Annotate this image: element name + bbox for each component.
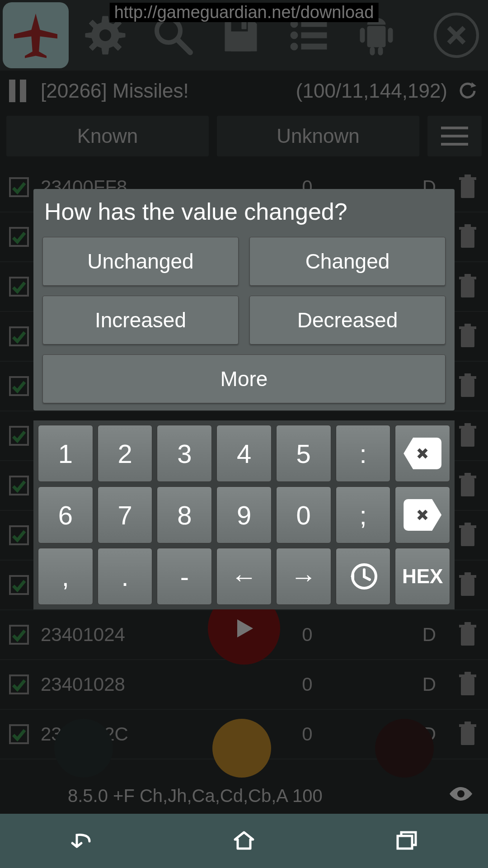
key-right-arrow[interactable]: →: [276, 548, 331, 605]
dialog-title: How has the value changed?: [42, 198, 446, 225]
key-5[interactable]: 5: [276, 425, 331, 482]
key-period[interactable]: .: [98, 548, 153, 605]
nav-bar: [0, 814, 488, 868]
key-4[interactable]: 4: [216, 425, 272, 482]
key-minus[interactable]: -: [157, 548, 212, 605]
key-3[interactable]: 3: [157, 425, 212, 482]
nav-home-button[interactable]: [230, 829, 258, 853]
backspace-left-key[interactable]: [395, 425, 450, 482]
key-1[interactable]: 1: [38, 425, 93, 482]
key-9[interactable]: 9: [216, 486, 272, 543]
changed-button[interactable]: Changed: [249, 237, 446, 286]
key-6[interactable]: 6: [38, 486, 93, 543]
more-button[interactable]: More: [42, 354, 446, 403]
key-2[interactable]: 2: [98, 425, 153, 482]
hex-key[interactable]: HEX: [395, 548, 450, 605]
key-colon[interactable]: :: [336, 425, 391, 482]
nav-recent-button[interactable]: [393, 829, 420, 853]
key-7[interactable]: 7: [98, 486, 153, 543]
decreased-button[interactable]: Decreased: [249, 296, 446, 344]
increased-button[interactable]: Increased: [42, 296, 239, 344]
key-semicolon[interactable]: ;: [336, 486, 391, 543]
keypad: 1 2 3 4 5 : 6 7 8 9 0 ; , . - ← → HEX: [33, 420, 455, 609]
backspace-right-key[interactable]: [395, 486, 450, 543]
key-comma[interactable]: ,: [38, 548, 93, 605]
unchanged-button[interactable]: Unchanged: [42, 237, 239, 286]
nav-back-button[interactable]: [68, 829, 95, 853]
history-key[interactable]: [336, 548, 391, 605]
key-8[interactable]: 8: [157, 486, 212, 543]
svg-rect-58: [398, 836, 412, 849]
key-left-arrow[interactable]: ←: [216, 548, 272, 605]
key-0[interactable]: 0: [276, 486, 331, 543]
value-change-dialog: How has the value changed? Unchanged Cha…: [33, 189, 455, 410]
